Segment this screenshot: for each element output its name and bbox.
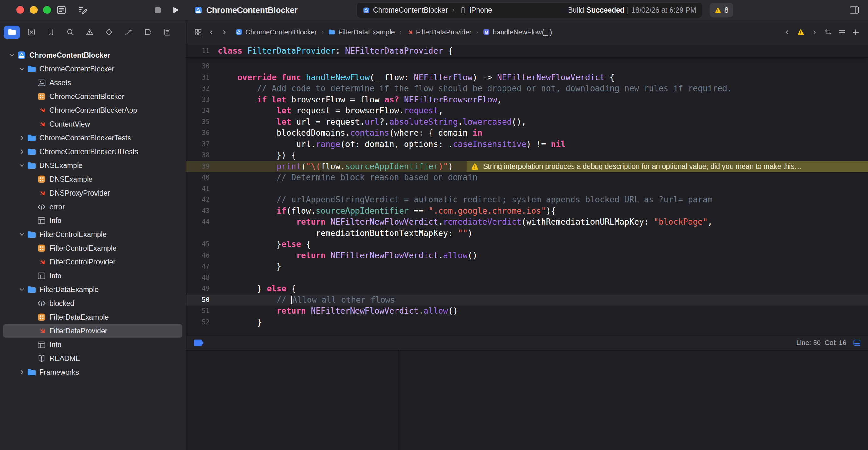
line-number[interactable]: 49 xyxy=(186,283,215,294)
navigator-toggle-icon[interactable] xyxy=(56,5,67,16)
sidebar-item-readme[interactable]: README xyxy=(3,351,182,365)
sidebar-item-filterdataexample[interactable]: FilterDataExample xyxy=(3,310,182,324)
line-number[interactable]: 11 xyxy=(186,44,215,57)
code-line[interactable]: 32 // Add code to determine if the flow … xyxy=(186,83,868,94)
sidebar-item-chromecontentblockeruitests[interactable]: ChromeContentBlockerUITests xyxy=(3,145,182,159)
source-editor[interactable]: 11class FilterDataProvider: NEFilterData… xyxy=(186,44,868,335)
disclosure-right-icon[interactable] xyxy=(18,147,26,156)
code-line[interactable]: 37 url.range(of: domain, options: .caseI… xyxy=(186,139,868,150)
build-status[interactable]: Build Succeeded | 18/02/26 at 6:29 PM xyxy=(568,6,696,15)
line-number[interactable]: 48 xyxy=(186,272,215,284)
editor-options-icon[interactable] xyxy=(838,28,846,36)
line-number[interactable] xyxy=(186,228,215,239)
variables-view[interactable] xyxy=(186,350,398,450)
sidebar-item-chromecontentblockertests[interactable]: ChromeContentBlockerTests xyxy=(3,131,182,145)
line-number[interactable]: 38 xyxy=(186,150,215,161)
line-number[interactable]: 44 xyxy=(186,217,215,228)
sidebar-item-filterdataexample[interactable]: FilterDataExample xyxy=(3,283,182,297)
sidebar-item-dnsproxyprovider[interactable]: DNSProxyProvider xyxy=(3,186,182,200)
line-number[interactable]: 40 xyxy=(186,172,215,183)
line-number[interactable]: 39 xyxy=(186,161,215,172)
line-number[interactable]: 31 xyxy=(186,72,215,83)
sidebar-item-filtercontrolprovider[interactable]: FilterControlProvider xyxy=(3,255,182,269)
code-line[interactable]: 46 return NEFilterNewFlowVerdict.allow() xyxy=(186,250,868,261)
breadcrumb-item-filterdataprovider[interactable]: FilterDataProvider xyxy=(406,28,471,36)
navigator-tab-reports[interactable] xyxy=(159,26,175,39)
navigator-tab-issues[interactable] xyxy=(81,26,98,39)
code-line[interactable]: 39 print("\(flow.sourceAppIdentifier)")S… xyxy=(186,161,868,172)
code-line[interactable]: 44 return NEFilterNewFlowVerdict.remedia… xyxy=(186,217,868,228)
breadcrumb-item-chromecontentblocker[interactable]: ChromeContentBlocker xyxy=(235,28,317,36)
breadcrumb-item-filterdataexample[interactable]: FilterDataExample xyxy=(328,28,395,36)
navigator-tab-source-control[interactable] xyxy=(23,26,39,39)
disclosure-down-icon[interactable] xyxy=(18,285,26,294)
sidebar-item-info[interactable]: Info xyxy=(3,269,182,283)
sidebar-item-dnsexample[interactable]: DNSExample xyxy=(3,159,182,172)
run-button[interactable] xyxy=(171,5,180,15)
code-line[interactable]: 11class FilterDataProvider: NEFilterData… xyxy=(186,44,868,58)
sidebar-item-chromecontentblocker[interactable]: ChromeContentBlocker xyxy=(3,90,182,104)
minimize-button[interactable] xyxy=(30,6,37,14)
breadcrumb-item-handlenewflow[interactable]: MhandleNewFlow(_:) xyxy=(483,28,552,36)
stop-button[interactable] xyxy=(153,5,162,15)
code-line[interactable]: 34 let request = browserFlow.request, xyxy=(186,105,868,117)
line-number[interactable]: 45 xyxy=(186,239,215,250)
code-line[interactable]: remediationButtonTextMapKey: "") xyxy=(186,228,868,239)
sidebar-item-assets[interactable]: Assets xyxy=(3,76,182,90)
navigator-tab-bookmarks[interactable] xyxy=(42,26,59,39)
sidebar-item-filterdataprovider[interactable]: FilterDataProvider xyxy=(3,324,182,338)
code-line[interactable]: 47 } xyxy=(186,261,868,272)
inline-warning[interactable]: String interpolation produces a debug de… xyxy=(467,161,868,172)
sidebar-item-info[interactable]: Info xyxy=(3,214,182,227)
code-line[interactable]: 49 } else { xyxy=(186,283,868,294)
code-line[interactable]: 36 blockedDomains.contains(where: { doma… xyxy=(186,128,868,139)
code-line[interactable]: 50 // Allow all other flows xyxy=(186,294,868,306)
sidebar-item-info[interactable]: Info xyxy=(3,338,182,351)
line-number[interactable]: 32 xyxy=(186,83,215,94)
related-items-icon[interactable] xyxy=(194,28,202,36)
line-number[interactable]: 34 xyxy=(186,105,215,117)
run-destination[interactable]: iPhone xyxy=(470,6,492,15)
line-number[interactable]: 52 xyxy=(186,317,215,328)
code-line[interactable]: 33 if let browserFlow = flow as? NEFilte… xyxy=(186,94,868,106)
line-number[interactable]: 46 xyxy=(186,250,215,261)
issues-badge[interactable]: 8 xyxy=(710,3,733,17)
sidebar-item-filtercontrolexample[interactable]: FilterControlExample xyxy=(3,227,182,241)
disclosure-down-icon[interactable] xyxy=(7,51,16,60)
code-review-icon[interactable] xyxy=(824,28,832,36)
navigator-tab-debug[interactable] xyxy=(120,26,136,39)
line-number[interactable]: 47 xyxy=(186,261,215,272)
disclosure-right-icon[interactable] xyxy=(18,368,26,377)
code-line[interactable]: 52 } xyxy=(186,317,868,328)
navigator-tab-find[interactable] xyxy=(62,26,78,39)
code-line[interactable]: 35 let url = request.url?.absoluteString… xyxy=(186,117,868,128)
issue-warning-icon[interactable] xyxy=(797,28,805,36)
line-number[interactable]: 36 xyxy=(186,128,215,139)
line-number[interactable]: 51 xyxy=(186,306,215,317)
debug-area-toggle-icon[interactable] xyxy=(852,338,861,347)
sidebar-item-chromecontentblocker[interactable]: ChromeContentBlocker xyxy=(3,62,182,76)
code-line[interactable]: 30 xyxy=(186,61,868,72)
inspector-toggle-icon[interactable] xyxy=(848,5,860,16)
sidebar-item-chromecontentblocker[interactable]: ChromeContentBlocker xyxy=(3,48,182,62)
navigator-tab-tests[interactable] xyxy=(101,26,117,39)
sidebar-item-blocked[interactable]: blocked xyxy=(3,297,182,310)
fullscreen-button[interactable] xyxy=(43,6,51,14)
disclosure-down-icon[interactable] xyxy=(18,230,26,239)
next-issue-icon[interactable] xyxy=(810,28,818,36)
sidebar-item-chromecontentblockerapp[interactable]: ChromeContentBlockerApp xyxy=(3,104,182,117)
disclosure-down-icon[interactable] xyxy=(18,64,26,73)
line-number[interactable]: 41 xyxy=(186,183,215,195)
sidebar-item-frameworks[interactable]: Frameworks xyxy=(3,365,182,379)
navigator-tab-breakpoints[interactable] xyxy=(140,26,156,39)
navigator-tab-project[interactable] xyxy=(4,26,20,39)
disclosure-down-icon[interactable] xyxy=(18,161,26,170)
line-number[interactable]: 35 xyxy=(186,117,215,128)
editor-compose-icon[interactable] xyxy=(77,5,88,16)
line-number[interactable]: 37 xyxy=(186,139,215,150)
code-line[interactable]: 38 }) { xyxy=(186,150,868,161)
console-view[interactable] xyxy=(398,350,868,450)
code-line[interactable]: 48 xyxy=(186,272,868,284)
code-line[interactable]: 43 if(flow.sourceAppIdentifier == ".com.… xyxy=(186,205,868,217)
line-number[interactable]: 33 xyxy=(186,94,215,106)
